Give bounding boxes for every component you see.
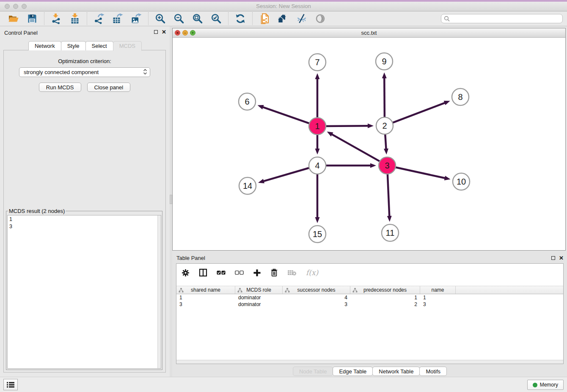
hide-graphics-details-button[interactable] (296, 13, 308, 25)
gear-icon (182, 269, 190, 277)
table-panel-title: Table Panel (176, 255, 205, 261)
graph-edge-arrow (315, 217, 320, 223)
table-cell: 1 (176, 294, 235, 301)
graph-edge-2-8[interactable] (392, 103, 445, 123)
column-header-name[interactable]: name (420, 286, 456, 294)
toolbar-separator (87, 12, 87, 25)
network-window: ✕ − + scc.txt 7968124314101511 (172, 28, 566, 251)
graph-edge-1-6[interactable] (263, 107, 310, 124)
zoom-in-button[interactable] (154, 13, 166, 25)
graph-edge-arrow (258, 105, 264, 109)
table-cell: 3 (283, 301, 350, 308)
mcds-result-area[interactable]: 1 3 (7, 215, 161, 369)
close-table-panel-icon[interactable]: ✕ (559, 256, 564, 260)
graph-edge-4-14[interactable] (263, 168, 310, 181)
network-canvas[interactable]: 7968124314101511 (173, 38, 565, 250)
search-icon (444, 16, 450, 22)
graph-edge-2-9[interactable] (384, 78, 385, 118)
clear-all-columns-button[interactable] (235, 271, 244, 275)
apply-layout-button[interactable] (234, 13, 246, 25)
select-all-columns-button[interactable] (217, 271, 226, 275)
float-table-panel-icon[interactable] (551, 256, 555, 260)
float-panel-icon[interactable] (154, 30, 158, 34)
import-network-button[interactable] (50, 13, 62, 25)
graph-node-label: 1 (315, 121, 319, 131)
memory-button[interactable]: Memory (527, 380, 564, 390)
show-graphics-details-button[interactable] (314, 13, 326, 25)
graph-node-label: 10 (457, 177, 466, 186)
control-panel-title: Control Panel (4, 30, 38, 36)
tab-node-table[interactable]: Node Table (293, 367, 333, 376)
list-icon (6, 381, 15, 388)
graph-edge-arrow (382, 72, 387, 78)
tab-network-table[interactable]: Network Table (372, 367, 420, 376)
zoom-out-icon (173, 13, 184, 24)
graph-edge-3-10[interactable] (395, 167, 445, 178)
graph-edge-3-11[interactable] (388, 173, 389, 216)
table-settings-button[interactable] (182, 269, 190, 277)
open-session-button[interactable] (8, 13, 19, 25)
close-panel-button[interactable]: Close panel (87, 83, 131, 92)
graph-edge-arrow (444, 101, 450, 105)
optimization-criterion-label: Optimization criterion: (4, 58, 165, 64)
column-header-MCDS-role[interactable]: MCDS role (235, 286, 283, 294)
main-toolbar (0, 11, 567, 26)
export-network-icon (94, 13, 105, 24)
export-network-button[interactable] (93, 13, 105, 25)
column-header-predecessor-nodes[interactable]: predecessor nodes (350, 286, 420, 294)
open-network-file-button[interactable] (259, 13, 270, 25)
task-history-button[interactable] (3, 379, 18, 390)
run-mcds-button[interactable]: Run MCDS (39, 83, 81, 92)
tab-edge-table[interactable]: Edge Table (333, 367, 373, 376)
column-header-shared-name[interactable]: shared name (176, 286, 235, 294)
graph-edge-arrow (384, 149, 388, 155)
export-image-button[interactable] (130, 13, 142, 25)
table-cell: 4 (283, 294, 350, 301)
toolbar-separator (252, 12, 253, 25)
first-neighbors-button[interactable] (277, 13, 289, 25)
split-columns-button[interactable] (199, 268, 207, 277)
tab-mcds[interactable]: MCDS (113, 41, 142, 51)
save-session-button[interactable] (26, 13, 38, 25)
column-header-successor-nodes[interactable]: successor nodes (283, 286, 350, 294)
sort-tree-icon (352, 288, 358, 293)
table-cell: 1 (350, 294, 420, 301)
graph-edge-1-2[interactable] (325, 126, 368, 126)
zoom-selected-button[interactable] (210, 13, 222, 25)
sort-tree-icon (179, 288, 184, 293)
table-horizontal-scrollbar[interactable] (176, 360, 563, 364)
result-scrollbar[interactable] (157, 215, 161, 368)
node-table-subpanel: f(x) shared nameMCDS rolesuccessor nodes… (176, 263, 564, 364)
zoom-fit-button[interactable] (192, 13, 204, 25)
graph-edge-2-3[interactable] (385, 133, 386, 149)
close-panel-icon[interactable]: ✕ (162, 30, 166, 34)
memory-label: Memory (540, 382, 558, 388)
table-cell: dominator (235, 301, 283, 308)
criterion-select[interactable]: strongly connected component (19, 67, 150, 77)
table-toolbar: f(x) (176, 264, 563, 282)
tab-style[interactable]: Style (61, 41, 86, 50)
graph-edge-arrow (258, 179, 264, 184)
table-panel-tabs: Node TableEdge TableNetwork TableMotifs (172, 367, 567, 376)
export-table-button[interactable] (112, 13, 124, 25)
memory-status-icon (533, 383, 537, 387)
search-field[interactable] (441, 14, 563, 23)
graph-edge-3-1[interactable] (332, 134, 380, 162)
table-row[interactable]: 1dominator411 (176, 294, 563, 301)
checked-boxes-icon (217, 271, 226, 275)
create-column-button[interactable] (253, 269, 261, 277)
control-panel: Control Panel ✕ NetworkStyleSelectMCDS O… (0, 26, 170, 377)
tab-select[interactable]: Select (85, 41, 113, 50)
tab-motifs[interactable]: Motifs (419, 367, 447, 376)
zoom-out-button[interactable] (173, 13, 185, 25)
graph-node-label: 8 (458, 92, 462, 102)
delete-column-button[interactable] (270, 268, 278, 277)
table-row[interactable]: 3dominator323 (176, 301, 563, 308)
graph-edge-arrow (327, 132, 333, 137)
tab-network[interactable]: Network (28, 41, 61, 50)
delete-table-button-disabled (287, 269, 297, 276)
graph-node-label: 7 (315, 58, 319, 67)
delete-table-icon (287, 269, 297, 276)
import-table-button[interactable] (69, 13, 81, 25)
table-cell: dominator (235, 294, 283, 301)
